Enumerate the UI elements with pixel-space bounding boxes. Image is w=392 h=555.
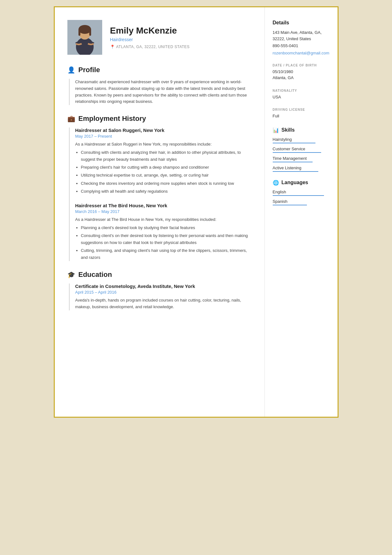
languages-icon: 🌐 [273,180,279,186]
sidebar-nationality-section: NATIONALITY USA [273,89,330,100]
list-item: Utilizing technical expertise to cut, ar… [81,172,252,179]
list-item: Consulting client's on their desired loo… [81,232,252,246]
header-info: Emily McKenzie Hairdresser 📍 ATLANTA, GA… [110,26,190,49]
job-1-dates: May 2017 – Present [75,134,252,139]
skill-bar-2 [273,152,321,153]
employment-section: 💼 Employment History Hairdresser at Salo… [67,115,252,261]
avatar [67,20,102,55]
job-2-bullets: Planning a client's desired look by stud… [75,224,252,261]
job-entry-2: Hairdresser at The Bird House, New York … [75,203,252,261]
driving-label: DRIVING LICENSE [273,108,330,111]
profile-divider: Charasmatic and experienced hairdresser … [69,79,252,105]
lang-item-2: Spanish [273,199,330,205]
education-title: Education [78,271,112,279]
lang-name-2: Spanish [273,199,330,204]
edu-1-dates: April 2015 – April 2016 [75,290,252,295]
skill-name-1: Hairstyling [273,137,330,142]
list-item: Planning a client's desired look by stud… [81,224,252,231]
profile-section-header: 👤 Profile [67,66,252,74]
skill-bar-3 [273,162,313,162]
sidebar-languages-section: 🌐 Languages English Spanish [273,180,330,205]
sidebar-phone: 890-555-0401 [273,43,330,49]
skills-title: 📊 Skills [273,127,330,133]
candidate-name: Emily McKenzie [110,26,190,36]
list-item: Cutting, trimming, and shaping client's … [81,247,252,261]
nationality-label: NATIONALITY [273,89,330,92]
skill-item-4: Active Listening [273,165,330,172]
job-2-title: Hairdresser at The Bird House, New York [75,203,252,208]
sidebar-details: Details 143 Main Ave, Atlanta, GA, 32222… [273,20,330,56]
svg-rect-6 [89,29,91,36]
skill-name-2: Customer Service [273,147,330,151]
education-section: 🎓 Education Certificate in Cosmetology, … [67,271,252,310]
sidebar-email[interactable]: rozenboomchantal@gmail.com [273,51,329,55]
sidebar-dob-section: DATE / PLACE OF BIRTH 05/10/1980 Atlanta… [273,64,330,81]
skills-icon: 📊 [273,127,279,133]
main-content: Emily McKenzie Hairdresser 📍 ATLANTA, GA… [55,7,265,417]
details-title: Details [273,20,330,26]
employment-section-header: 💼 Employment History [67,115,252,123]
education-section-header: 🎓 Education [67,271,252,279]
sidebar-birthplace: Atlanta, GA [273,75,330,81]
lang-bar-1 [273,195,324,196]
profile-section: 👤 Profile Charasmatic and experienced ha… [67,66,252,105]
sidebar-address: 143 Main Ave, Atlanta, GA, 32222, United… [273,29,330,42]
skill-name-4: Active Listening [273,165,330,170]
job-entry-1: Hairdresser at Salon Ruggeri, New York M… [75,128,252,195]
profile-text: Charasmatic and experienced hairdresser … [75,79,252,105]
dob-label: DATE / PLACE OF BIRTH [273,64,330,67]
header: Emily McKenzie Hairdresser 📍 ATLANTA, GA… [67,20,252,55]
skill-bar-4 [273,171,318,172]
list-item: Complying with all health and safety reg… [81,188,252,195]
education-icon: 🎓 [67,271,75,278]
employment-title: Employment History [78,115,146,123]
skill-item-2: Customer Service [273,147,330,153]
employment-divider: Hairdresser at Salon Ruggeri, New York M… [69,128,252,261]
lang-name-1: English [273,190,330,194]
education-divider: Certificate in Cosmetology, Aveda Instit… [69,284,252,310]
sidebar: Details 143 Main Ave, Atlanta, GA, 32222… [265,7,338,417]
lang-bar-2 [273,205,307,205]
skill-name-3: Time Management [273,156,330,161]
skill-item-1: Hairstyling [273,137,330,143]
list-item: Checking the stores inventory and orderi… [81,180,252,187]
sidebar-driving: Full [273,113,330,119]
job-1-title: Hairdresser at Salon Ruggeri, New York [75,128,252,133]
job-1-bullets: Consulting with clients and analyzing th… [75,149,252,195]
svg-rect-5 [78,29,80,36]
edu-entry-1: Certificate in Cosmetology, Aveda Instit… [75,284,252,310]
profile-title: Profile [78,66,100,74]
candidate-location: 📍 ATLANTA, GA, 32222, UNITED STATES [110,45,190,49]
edu-1-title: Certificate in Cosmetology, Aveda Instit… [75,284,252,289]
sidebar-dob: 05/10/1980 [273,69,330,75]
candidate-title: Hairdresser [110,37,190,42]
profile-icon: 👤 [67,66,75,74]
languages-title: 🌐 Languages [273,180,330,186]
job-2-dates: March 2016 – May 2017 [75,209,252,214]
lang-item-1: English [273,190,330,196]
job-2-intro: As a Hairdresser at The Bird House in Ne… [75,217,252,222]
location-icon: 📍 [110,45,115,49]
resume-container: Emily McKenzie Hairdresser 📍 ATLANTA, GA… [54,6,339,418]
edu-1-text: Aveda's in-depth, hands on program inclu… [75,297,252,310]
sidebar-nationality: USA [273,94,330,100]
job-1-intro: As a Hairdresser at Salon Ruggeri in New… [75,142,252,147]
skill-item-3: Time Management [273,156,330,162]
sidebar-skills-section: 📊 Skills Hairstyling Customer Service Ti… [273,127,330,172]
list-item: Consulting with clients and analyzing th… [81,149,252,163]
list-item: Preparing client's hair for cutting with… [81,164,252,171]
sidebar-driving-section: DRIVING LICENSE Full [273,108,330,119]
skill-bar-1 [273,143,315,143]
employment-icon: 💼 [67,115,75,122]
